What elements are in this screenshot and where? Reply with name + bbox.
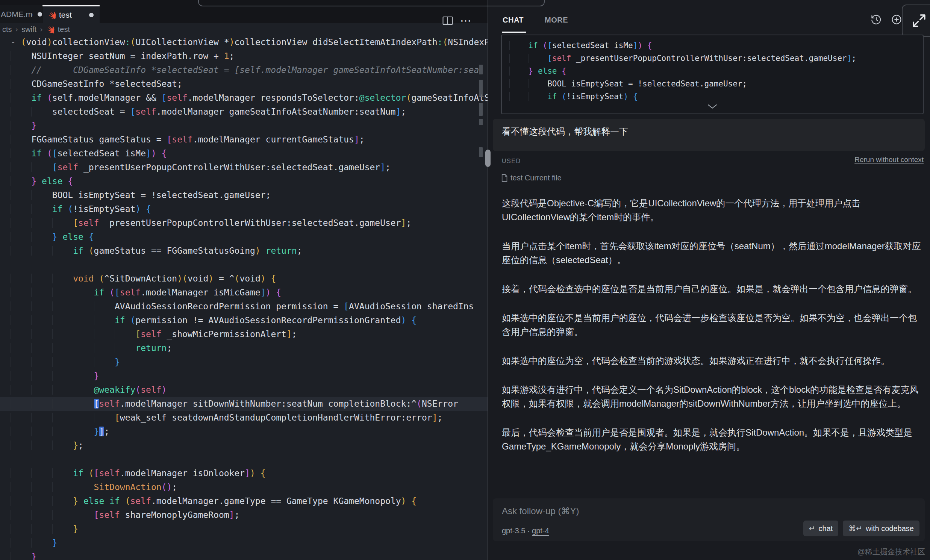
code-line[interactable]: [self _presentUserPopupControllerWithUse…: [0, 160, 488, 174]
tab-chat[interactable]: CHAT: [503, 16, 524, 25]
editor-pane: ADME.md test ⋯ cts › swift › test - (voi…: [0, 0, 488, 560]
chevron-right-icon: ›: [15, 25, 18, 34]
code-line[interactable]: [self _showMicPermissionAlert];: [0, 327, 488, 341]
breadcrumb-item[interactable]: swift: [22, 25, 37, 34]
chat-submit-button[interactable]: ↵ chat: [803, 520, 839, 536]
code-line[interactable]: }: [0, 119, 488, 133]
code-line[interactable]: [0, 452, 488, 466]
context-file-chip[interactable]: test Current file: [501, 174, 562, 182]
code-line[interactable]: SitDownAction();: [0, 480, 488, 494]
code-line[interactable]: FGGameStatus gameStatus = [self.modelMan…: [0, 133, 488, 146]
context-file-label: test Current file: [511, 174, 562, 182]
code-line[interactable]: void (^SitDownAction)(void) = ^(void) {: [0, 272, 488, 286]
model-option-gpt35[interactable]: gpt-3.5: [502, 526, 525, 535]
code-line[interactable]: [weak_self seatdownAndStandupCompletionH…: [0, 411, 488, 425]
code-line[interactable]: if ([self.modelManager isMicGame]) {: [0, 286, 488, 300]
code-line[interactable]: }: [0, 355, 488, 369]
code-line[interactable]: // CDGameSeatInfo *selectedSeat = [self.…: [0, 63, 488, 77]
swift-icon: [48, 11, 56, 19]
code-line[interactable]: selectedSeat = [self.modelManager gameSe…: [0, 105, 488, 119]
followup-input[interactable]: Ask follow-up (⌘Y) gpt-3.5 · gpt-4 ↵ cha…: [493, 498, 925, 541]
tab-readme[interactable]: ADME.md: [0, 5, 43, 23]
code-line[interactable]: CDGameSeatInfo *selectedSeat;: [0, 77, 488, 91]
snippet-line[interactable]: BOOL isEmptySeat = !selectedSeat.gameUse…: [510, 77, 923, 90]
code-line[interactable]: if (permission != AVAudioSessionRecordPe…: [0, 314, 488, 327]
code-line[interactable]: } else {: [0, 230, 488, 244]
sash-drag-handle[interactable]: [485, 149, 491, 167]
expand-panel-button[interactable]: [902, 5, 930, 37]
code-line[interactable]: if (!isEmptySeat) {: [0, 202, 488, 216]
overview-ruler-mark: [479, 147, 483, 157]
used-label: USED: [502, 158, 520, 165]
code-line[interactable]: - (void)collectionView:(UICollectionView…: [0, 35, 488, 49]
code-line[interactable]: } else if (self.modelManager.gameType ==…: [0, 494, 488, 508]
history-icon[interactable]: [870, 14, 882, 27]
breadcrumb-item[interactable]: cts: [2, 25, 12, 34]
file-icon: [501, 174, 508, 182]
answer-paragraph: 当用户点击某个item时，首先会获取该item对应的座位号（seatNum），然…: [502, 239, 923, 267]
code-editor[interactable]: - (void)collectionView:(UICollectionView…: [0, 35, 488, 560]
chevron-down-icon[interactable]: [707, 104, 718, 111]
breadcrumb-item[interactable]: test: [58, 25, 70, 34]
snippet-line[interactable]: if ([selectedSeat isMe]) {: [510, 39, 923, 52]
code-line[interactable]: if (self.modelManager && [self.modelMana…: [0, 91, 488, 105]
editor-actions: ⋯: [442, 15, 472, 26]
new-chat-plus-icon[interactable]: [890, 14, 902, 27]
code-line[interactable]: if (gameStatus == FGGameStatusGoing) ret…: [0, 244, 488, 258]
code-line[interactable]: if ([self.modelManager isOnlooker]) {: [0, 466, 488, 480]
code-line[interactable]: return;: [0, 341, 488, 355]
tab-more[interactable]: MORE: [545, 16, 568, 25]
tab-test[interactable]: test: [43, 5, 100, 23]
chat-panel: CHAT MORE if ([selectedSeat isMe]) { [se…: [488, 0, 930, 560]
answer-paragraph: 最后，代码会检查当前用户是否是围观者。如果是，就会执行SitDownAction…: [502, 425, 923, 453]
more-actions-icon[interactable]: ⋯: [460, 15, 472, 26]
code-line[interactable]: }];: [0, 425, 488, 438]
followup-buttons: ↵ chat ⌘↵ with codebase: [803, 520, 919, 536]
cmd-enter-key-icon: ⌘↵: [848, 524, 862, 533]
chevron-right-icon: ›: [40, 25, 43, 34]
split-editor-icon[interactable]: [442, 16, 453, 26]
code-line[interactable]: BOOL isEmptySeat = !selectedSeat.gameUse…: [0, 188, 488, 202]
assistant-answer: 这段代码是Objective-C编写的，它是UICollectionView的一…: [502, 196, 923, 468]
followup-placeholder: Ask follow-up (⌘Y): [502, 506, 579, 516]
modified-dot-icon: [38, 12, 42, 17]
snippet-line[interactable]: if (!isEmptySeat) {: [510, 90, 923, 103]
answer-paragraph: 如果游戏没有进行中，代码会定义一个名为SitDownAction的block，这…: [502, 383, 923, 411]
code-snippet-box[interactable]: if ([selectedSeat isMe]) { [self _presen…: [501, 35, 924, 114]
active-tab-underline: [502, 32, 526, 33]
code-line[interactable]: } else {: [0, 174, 488, 188]
code-line[interactable]: }: [0, 536, 488, 550]
code-line[interactable]: }: [0, 550, 488, 560]
panel-sash[interactable]: [488, 0, 488, 560]
user-question-text: 看不懂这段代码，帮我解释一下: [502, 126, 628, 137]
code-line[interactable]: [self _presentUserPopupControllerWithUse…: [0, 216, 488, 230]
chat-submit-label: chat: [819, 524, 833, 533]
enter-key-icon: ↵: [809, 524, 815, 533]
modified-dot-icon: [89, 13, 94, 17]
model-selector[interactable]: gpt-3.5 · gpt-4: [502, 526, 549, 535]
code-line[interactable]: };: [0, 438, 488, 452]
code-line[interactable]: [0, 258, 488, 272]
model-separator: ·: [525, 526, 532, 535]
app-window: { "colors": { "editor_bg": "#1d2026", "k…: [0, 0, 930, 560]
code-line[interactable]: @weakify(self): [0, 383, 488, 397]
answer-paragraph: 如果选中的座位不是当前用户的座位，代码会进一步检查该座位是否为空。如果不为空，也…: [502, 311, 923, 338]
answer-paragraph: 接着，代码会检查选中的座位是否是当前用户自己的座位。如果是，就会弹出一个包含用户…: [502, 282, 923, 296]
code-line[interactable]: AVAudioSessionRecordPermission permissio…: [0, 300, 488, 314]
snippet-line[interactable]: } else {: [510, 65, 923, 77]
code-line[interactable]: [self.modelManager sitDownWithNumber:sea…: [0, 397, 488, 411]
snippet-line[interactable]: [self _presentUserPopupControllerWithUse…: [510, 52, 923, 65]
code-line[interactable]: NSUInteger seatNum = indexPath.row + 1;: [0, 49, 488, 63]
code-line[interactable]: [self shareMonoplyGameRoom];: [0, 508, 488, 522]
watermark: @稀土掘金技术社区: [858, 547, 925, 557]
model-option-gpt4[interactable]: gpt-4: [532, 526, 549, 535]
code-line[interactable]: if ([selectedSeat isMe]) {: [0, 146, 488, 160]
tab-test-label: test: [59, 11, 72, 20]
expand-arrows-icon: [912, 13, 927, 28]
overview-ruler-mark: [479, 119, 483, 125]
with-codebase-button[interactable]: ⌘↵ with codebase: [843, 520, 919, 536]
rerun-without-context-link[interactable]: Rerun without context: [855, 155, 924, 164]
code-line[interactable]: }: [0, 369, 488, 383]
with-codebase-label: with codebase: [866, 524, 914, 533]
code-line[interactable]: }: [0, 522, 488, 536]
